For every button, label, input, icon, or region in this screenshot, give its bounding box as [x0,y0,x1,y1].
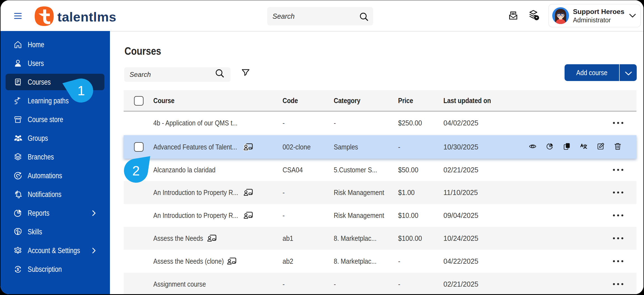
svg-text:$: $ [17,267,19,272]
